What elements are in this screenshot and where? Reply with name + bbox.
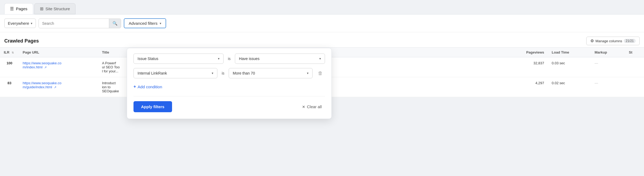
site-structure-icon: ⊞ <box>40 6 43 11</box>
col-markup: Markup <box>591 48 625 57</box>
advanced-filters-button[interactable]: Advanced filters ▾ <box>124 18 166 28</box>
location-dropdown[interactable]: Everywhere ▾ <box>4 19 36 28</box>
filter1-value-select[interactable]: Have issues ▾ <box>235 54 325 64</box>
manage-columns-label: Manage columns <box>595 39 622 43</box>
app-container: ☰ Pages ⊞ Site Structure Everywhere ▾ 🔍 … <box>0 0 644 176</box>
filter1-field-chevron-icon: ▾ <box>218 57 220 61</box>
manage-columns-button[interactable]: ⚙ Manage columns 21/21 <box>586 37 640 45</box>
filter2-field-chevron-icon: ▾ <box>212 71 213 75</box>
search-input[interactable] <box>39 19 109 28</box>
col-ilr: ILR ⇅ <box>0 48 19 57</box>
filter2-delete-button[interactable]: 🗑 <box>316 69 325 77</box>
row1-load-time: 0.03 sec <box>548 57 591 77</box>
row1-markup: — <box>591 57 625 77</box>
col-page-url: Page URL <box>19 48 98 57</box>
add-condition-button[interactable]: + Add condition <box>133 83 162 91</box>
tab-pages-label: Pages <box>16 6 28 11</box>
tab-site-structure[interactable]: ⊞ Site Structure <box>34 3 76 14</box>
filter-row-2: Internal LinkRank ▾ is More than 70 ▾ 🗑 <box>133 68 325 78</box>
col-status: St <box>625 48 644 57</box>
x-icon: ✕ <box>302 105 305 109</box>
row2-status <box>625 77 644 97</box>
pages-icon: ☰ <box>10 6 14 11</box>
filters-panel: Issue Status ▾ is Have issues ▾ Internal… <box>127 48 332 119</box>
crawled-pages-title: Crawled Pages <box>4 38 39 44</box>
row2-load-time: 0.02 sec <box>548 77 591 97</box>
external-link-icon: ↗ <box>54 86 56 89</box>
filters-footer: Apply filters ✕ Clear all <box>133 96 325 112</box>
row2-url: https://www.seoquake.co m/guide/index.ht… <box>19 77 98 97</box>
search-button[interactable]: 🔍 <box>109 19 121 28</box>
advanced-filters-chevron-icon: ▾ <box>160 22 161 25</box>
filter1-operator-label: is <box>227 57 232 61</box>
add-condition-label: Add condition <box>138 85 162 89</box>
apply-filters-button[interactable]: Apply filters <box>133 101 172 112</box>
plus-icon: + <box>133 84 136 89</box>
row2-markup: — <box>591 77 625 97</box>
filter1-value-chevron-icon: ▾ <box>319 57 321 61</box>
filter2-value-chevron-icon: ▾ <box>307 71 309 75</box>
external-link-icon: ↗ <box>44 66 47 69</box>
clear-all-button[interactable]: ✕ Clear all <box>299 102 325 111</box>
filter2-value-label: More than 70 <box>233 71 255 75</box>
gear-icon: ⚙ <box>590 38 594 43</box>
main-content: Everywhere ▾ 🔍 Advanced filters ▾ Crawle… <box>0 14 644 97</box>
clear-all-label: Clear all <box>307 104 322 109</box>
row2-ilr: 83 <box>0 77 19 97</box>
row1-url: https://www.seoquake.co m/index.html ↗ <box>19 57 98 77</box>
advanced-filters-label: Advanced filters <box>129 21 157 26</box>
table-section: Crawled Pages ⚙ Manage columns 21/21 ILR… <box>0 32 644 97</box>
manage-columns-badge: 21/21 <box>624 39 636 43</box>
location-chevron-icon: ▾ <box>31 22 32 25</box>
location-label: Everywhere <box>8 21 29 26</box>
ilr-sort-icon[interactable]: ⇅ <box>12 51 14 54</box>
table-header-row: Crawled Pages ⚙ Manage columns 21/21 <box>0 32 644 47</box>
filter-row-1: Issue Status ▾ is Have issues ▾ <box>133 54 325 64</box>
tab-site-structure-label: Site Structure <box>46 6 70 11</box>
row2-url-link[interactable]: https://www.seoquake.co m/guide/index.ht… <box>23 81 61 89</box>
filter1-field-label: Issue Status <box>138 57 158 61</box>
row1-url-link[interactable]: https://www.seoquake.co m/index.html ↗ <box>23 61 61 69</box>
row1-ilr: 100 <box>0 57 19 77</box>
search-wrapper: 🔍 <box>39 19 121 28</box>
col-load-time: Load Time <box>548 48 591 57</box>
toolbar: Everywhere ▾ 🔍 Advanced filters ▾ <box>0 15 644 32</box>
row1-status <box>625 57 644 77</box>
tab-pages[interactable]: ☰ Pages <box>4 3 33 14</box>
filter1-value-label: Have issues <box>239 57 259 61</box>
filter2-operator-label: is <box>221 71 225 75</box>
tabs-bar: ☰ Pages ⊞ Site Structure <box>0 0 644 14</box>
filter2-field-label: Internal LinkRank <box>138 71 167 75</box>
filter2-field-select[interactable]: Internal LinkRank ▾ <box>133 68 217 78</box>
filter1-field-select[interactable]: Issue Status ▾ <box>133 54 224 64</box>
filter2-value-select[interactable]: More than 70 ▾ <box>229 68 313 78</box>
